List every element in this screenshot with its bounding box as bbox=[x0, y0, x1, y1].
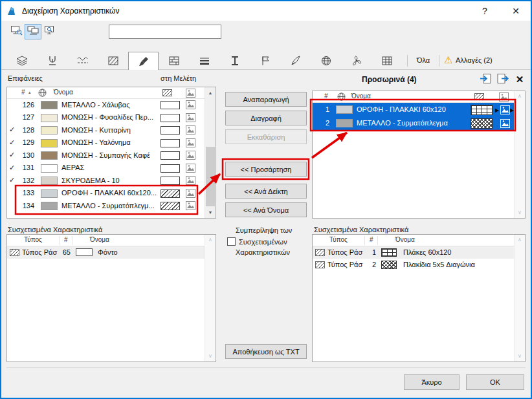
scroll-down-button[interactable]: ∨ bbox=[515, 208, 525, 217]
column-index[interactable]: # bbox=[324, 92, 328, 100]
column-type[interactable]: Τύπος bbox=[329, 236, 348, 243]
tab-strip: Όλα ⚠ Αλλαγές (2) bbox=[1, 52, 531, 70]
associated-attribute-row[interactable]: Τύπος Ράσ65Φόντο bbox=[7, 246, 205, 259]
help-button[interactable]: ? bbox=[474, 1, 496, 21]
fill-type-icon bbox=[315, 261, 325, 268]
title-bar[interactable]: Διαχείριση Χαρακτηριστικών ? ✕ bbox=[1, 1, 531, 21]
tab-all[interactable]: Όλα bbox=[409, 52, 438, 69]
surface-name: ΜΕΤΑΛΛΟ - Συρματόπλεγμ... bbox=[61, 202, 160, 210]
column-name[interactable]: Όνομα bbox=[54, 89, 73, 96]
scroll-down-button[interactable]: ∨ bbox=[515, 352, 525, 361]
surface-row[interactable]: ✓131ΑΕΡΑΣ bbox=[7, 162, 205, 175]
surface-color-swatch bbox=[41, 189, 58, 198]
attribute-type: Τύπος Ράσ bbox=[327, 261, 365, 268]
single-view-button[interactable] bbox=[8, 24, 25, 39]
associated-attribute-row[interactable]: Τύπος Ράσ2Πλακίδια 5x5 Διαγώνια bbox=[313, 259, 514, 271]
scroll-up-button[interactable]: ▲ bbox=[205, 87, 216, 98]
column-name[interactable]: Όνομα bbox=[395, 236, 415, 243]
texture-icon bbox=[500, 119, 510, 129]
column-name[interactable]: Όνομα bbox=[90, 236, 109, 243]
tab-changes[interactable]: Αλλαγές (2) bbox=[456, 52, 498, 69]
tab-composites[interactable] bbox=[159, 52, 189, 69]
temporary-row[interactable]: 2ΜΕΤΑΛΛΟ - Συρματόπλεγμα bbox=[313, 116, 514, 130]
column-divider bbox=[59, 236, 60, 245]
surface-fill-preview bbox=[161, 177, 180, 185]
surface-index: 126 bbox=[16, 101, 34, 109]
tab-markup[interactable] bbox=[280, 52, 311, 69]
dual-view-button[interactable] bbox=[25, 24, 41, 39]
tab-profiles[interactable] bbox=[219, 52, 250, 69]
texture-icon bbox=[186, 164, 195, 174]
globe-icon bbox=[38, 89, 47, 98]
surface-row[interactable]: ✓130ΜΟΝΩΣΗ - Συμπαγής Καφέ bbox=[7, 149, 205, 162]
ok-button[interactable]: OK bbox=[466, 374, 524, 390]
scroll-down-button[interactable]: ∨ bbox=[205, 352, 216, 361]
app-icon bbox=[6, 6, 17, 16]
paintbrush-icon bbox=[139, 56, 149, 67]
tab-cities[interactable] bbox=[311, 52, 341, 69]
save-list-button[interactable] bbox=[494, 71, 511, 87]
scrollbar-thumb[interactable] bbox=[206, 147, 215, 206]
texture-icon bbox=[186, 100, 195, 111]
by-index-button[interactable]: << Ανά Δείκτη bbox=[225, 184, 307, 199]
left-assoc-body: Τύπος Ράσ65Φόντο bbox=[7, 246, 205, 361]
column-type[interactable]: Τύπος bbox=[24, 236, 42, 243]
cancel-button[interactable]: Άκυρο bbox=[404, 374, 460, 390]
tab-zones[interactable] bbox=[250, 52, 280, 69]
surface-row[interactable]: ✓129ΜΟΝΩΣΗ - Υαλόνημα bbox=[7, 137, 205, 150]
tab-mep[interactable] bbox=[371, 52, 402, 69]
surface-row[interactable]: 127ΜΟΝΩΣΗ - Φυσαλίδες Περ... bbox=[7, 112, 205, 125]
scroll-up-button[interactable]: ∧ bbox=[515, 235, 525, 244]
column-name[interactable]: Όνομα bbox=[351, 92, 371, 100]
surface-list-body: 126ΜΕΤΑΛΛΟ - Χάλυβας127ΜΟΝΩΣΗ - Φυσαλίδε… bbox=[7, 99, 205, 218]
clear-list-button[interactable]: ✕ bbox=[513, 71, 527, 87]
scroll-down-button[interactable]: ▼ bbox=[205, 207, 216, 218]
surface-row[interactable]: 126ΜΕΤΑΛΛΟ - Χάλυβας bbox=[7, 99, 205, 112]
include-associated-checkbox[interactable] bbox=[227, 237, 236, 246]
save-txt-button[interactable]: Αποθήκευση ως TXT bbox=[225, 344, 307, 359]
column-index[interactable]: # bbox=[64, 236, 68, 243]
tab-pens[interactable] bbox=[37, 52, 67, 69]
column-index[interactable]: # bbox=[21, 89, 25, 96]
tab-lineweights[interactable] bbox=[189, 52, 219, 69]
temporary-row[interactable]: 1ΟΡΟΦΗ - ΠΛΑΚΑΚΙ 60x120▶▶ bbox=[313, 103, 514, 116]
include-label-line2: Συσχετισμένων bbox=[239, 238, 287, 246]
surface-row[interactable]: 134ΜΕΤΑΛΛΟ - Συρματόπλεγμ... bbox=[7, 200, 205, 213]
surface-row[interactable]: ✓132ΣΚΥΡΟΔΕΜΑ - 10 bbox=[7, 175, 205, 188]
fill-type-icon bbox=[10, 249, 19, 256]
duplicate-button[interactable]: Αναπαραγωγή bbox=[225, 92, 307, 107]
surface-index: 133 bbox=[16, 189, 34, 197]
scroll-up-button[interactable]: ∧ bbox=[515, 92, 525, 101]
column-index[interactable]: # bbox=[370, 236, 373, 243]
tab-surfaces[interactable] bbox=[128, 52, 159, 70]
tab-layers[interactable] bbox=[6, 52, 37, 69]
import-file-icon bbox=[480, 73, 492, 86]
preview-view-button[interactable] bbox=[41, 24, 58, 39]
open-list-button[interactable] bbox=[478, 71, 494, 87]
append-button[interactable]: << Προσάρτηση bbox=[225, 162, 307, 177]
column-divider bbox=[377, 236, 378, 245]
associated-attribute-row[interactable]: Τύπος Ράσ1Πλάκες 60x120 bbox=[313, 246, 514, 259]
left-assoc-scrollbar: ∧ ∨ bbox=[205, 235, 216, 361]
temp-name: ΟΡΟΦΗ - ΠΛΑΚΑΚΙ 60x120 bbox=[357, 105, 468, 113]
layers-icon bbox=[16, 56, 28, 66]
export-file-icon bbox=[496, 73, 509, 86]
delete-button[interactable]: Διαγραφή bbox=[225, 111, 307, 125]
by-name-button[interactable]: << Ανά Όνομα bbox=[225, 202, 307, 217]
surface-row[interactable]: ✓128ΜΟΝΩΣΗ - Κυτταρίνη bbox=[7, 124, 205, 137]
scroll-up-button[interactable]: ∧ bbox=[205, 235, 216, 244]
close-button[interactable]: ✕ bbox=[505, 1, 527, 21]
temp-name: ΜΕΤΑΛΛΟ - Συρματόπλεγμα bbox=[357, 119, 468, 127]
temp-index: 1 bbox=[319, 105, 329, 113]
purge-button: Εκκαθάριση bbox=[225, 129, 307, 144]
column-divider bbox=[364, 236, 365, 245]
surface-index: 128 bbox=[16, 126, 34, 134]
tab-linetypes[interactable] bbox=[67, 52, 98, 69]
filter-input[interactable] bbox=[109, 25, 221, 39]
tab-fills[interactable] bbox=[98, 52, 128, 69]
surface-list-header: # ▴ Όνομα bbox=[7, 87, 205, 99]
surface-row[interactable]: 133ΟΡΟΦΗ - ΠΛΑΚΑΚΙ 60x120... bbox=[7, 188, 205, 200]
tab-operation-profiles[interactable] bbox=[341, 52, 371, 69]
surface-name: ΜΕΤΑΛΛΟ - Χάλυβας bbox=[61, 101, 160, 109]
quill-icon bbox=[291, 56, 301, 66]
